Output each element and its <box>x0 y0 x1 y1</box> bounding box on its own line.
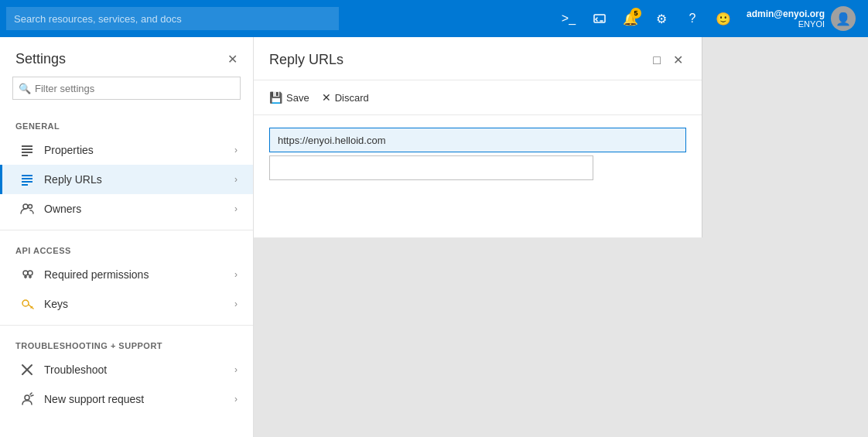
keys-icon <box>18 297 36 311</box>
new-support-request-chevron: › <box>234 394 238 405</box>
divider-2 <box>0 325 253 326</box>
user-avatar: 👤 <box>831 6 856 31</box>
panel-header-actions: □ ✕ <box>650 50 686 70</box>
owners-icon <box>18 202 36 216</box>
user-tenant: ENYOI <box>747 19 825 29</box>
gray-area <box>254 237 868 438</box>
reply-urls-icon <box>18 172 36 186</box>
required-permissions-icon <box>18 268 36 282</box>
svg-point-20 <box>25 395 29 400</box>
svg-point-9 <box>23 204 28 209</box>
svg-rect-6 <box>22 178 32 179</box>
reply-urls-chevron: › <box>234 174 238 185</box>
sidebar-item-properties[interactable]: Properties › <box>0 135 253 165</box>
properties-chevron: › <box>234 145 238 155</box>
topbar: >_ 🔔 5 ⚙ ? 🙂 admin@enyoi.org ENYOI 👤 <box>0 0 868 37</box>
svg-rect-5 <box>22 175 32 176</box>
settings-icon[interactable]: ⚙ <box>648 5 675 32</box>
new-support-request-label: New support request <box>44 393 234 405</box>
sidebar-header: Settings ✕ <box>0 37 253 77</box>
sidebar-item-owners[interactable]: Owners › <box>0 194 253 224</box>
panel-toolbar: 💾 Save ✕ Discard <box>254 80 702 115</box>
svg-point-10 <box>29 205 32 209</box>
user-profile[interactable]: admin@enyoi.org ENYOI 👤 <box>740 6 862 31</box>
required-permissions-chevron: › <box>234 269 238 280</box>
panel-header: Reply URLs □ ✕ <box>254 37 702 80</box>
svg-rect-7 <box>22 181 32 183</box>
help-icon[interactable]: ? <box>678 5 706 32</box>
sidebar: Settings ✕ 🔍 GENERAL Properties › <box>0 37 254 437</box>
troubleshoot-icon <box>18 363 36 377</box>
svg-point-14 <box>28 271 32 275</box>
url-input[interactable] <box>269 128 686 152</box>
save-label: Save <box>286 92 309 104</box>
properties-icon <box>18 143 36 157</box>
panel-title: Reply URLs <box>269 52 343 68</box>
sidebar-close-button[interactable]: ✕ <box>227 52 238 67</box>
section-label-api-access: API ACCESS <box>0 237 253 260</box>
close-panel-button[interactable]: ✕ <box>670 50 686 70</box>
troubleshoot-chevron: › <box>234 364 238 375</box>
cloud-shell-icon[interactable] <box>586 5 613 32</box>
svg-rect-2 <box>22 149 32 150</box>
svg-point-11 <box>23 271 28 275</box>
sidebar-filter: 🔍 <box>12 77 241 100</box>
maximize-button[interactable]: □ <box>650 50 664 70</box>
user-email: admin@enyoi.org <box>747 9 825 19</box>
sidebar-item-troubleshoot[interactable]: Troubleshoot › <box>0 355 253 384</box>
discard-icon: ✕ <box>322 91 331 104</box>
right-panel: Reply URLs □ ✕ 💾 Save ✕ Discard <box>254 37 868 437</box>
support-icon <box>18 392 36 406</box>
sidebar-title: Settings <box>15 51 66 67</box>
svg-line-22 <box>31 395 33 396</box>
notification-badge: 5 <box>630 8 641 19</box>
required-permissions-label: Required permissions <box>44 268 234 281</box>
svg-rect-1 <box>22 145 32 147</box>
divider-1 <box>0 230 253 230</box>
properties-label: Properties <box>44 144 234 156</box>
reply-urls-label: Reply URLs <box>44 173 234 186</box>
sidebar-item-new-support-request[interactable]: New support request › <box>0 384 253 414</box>
panel-content: Delete <box>254 115 702 237</box>
discard-button[interactable]: ✕ Discard <box>322 88 369 107</box>
terminal-icon[interactable]: >_ <box>555 5 583 32</box>
sidebar-item-reply-urls[interactable]: Reply URLs › <box>0 165 253 194</box>
filter-icon: 🔍 <box>19 83 31 94</box>
filter-input[interactable] <box>12 77 241 100</box>
troubleshoot-label: Troubleshoot <box>44 364 234 376</box>
search-input[interactable] <box>6 7 339 30</box>
owners-label: Owners <box>44 203 234 215</box>
svg-line-21 <box>30 393 32 394</box>
keys-chevron: › <box>234 299 238 309</box>
new-url-input[interactable] <box>269 155 593 180</box>
panel-container: Reply URLs □ ✕ 💾 Save ✕ Discard <box>254 37 702 237</box>
svg-rect-8 <box>22 184 28 186</box>
feedback-icon[interactable]: 🙂 <box>709 5 737 32</box>
user-info: admin@enyoi.org ENYOI <box>747 9 825 29</box>
save-button[interactable]: 💾 Save <box>269 88 309 107</box>
sidebar-item-keys[interactable]: Keys › <box>0 289 253 319</box>
section-label-troubleshooting: TROUBLESHOOTING + SUPPORT <box>0 332 253 355</box>
owners-chevron: › <box>234 203 238 214</box>
sidebar-item-required-permissions[interactable]: Required permissions › <box>0 260 253 289</box>
main-area: Settings ✕ 🔍 GENERAL Properties › <box>0 37 868 437</box>
url-new-row <box>269 155 686 180</box>
save-icon: 💾 <box>269 91 282 104</box>
svg-rect-3 <box>22 152 32 153</box>
url-row: Delete <box>269 128 686 152</box>
keys-label: Keys <box>44 298 234 310</box>
notification-icon[interactable]: 🔔 5 <box>617 5 644 32</box>
topbar-icons: >_ 🔔 5 ⚙ ? 🙂 admin@enyoi.org ENYOI 👤 <box>555 5 862 32</box>
svg-rect-4 <box>22 155 28 156</box>
section-label-general: GENERAL <box>0 112 253 135</box>
svg-point-17 <box>22 300 29 306</box>
discard-label: Discard <box>335 92 369 104</box>
